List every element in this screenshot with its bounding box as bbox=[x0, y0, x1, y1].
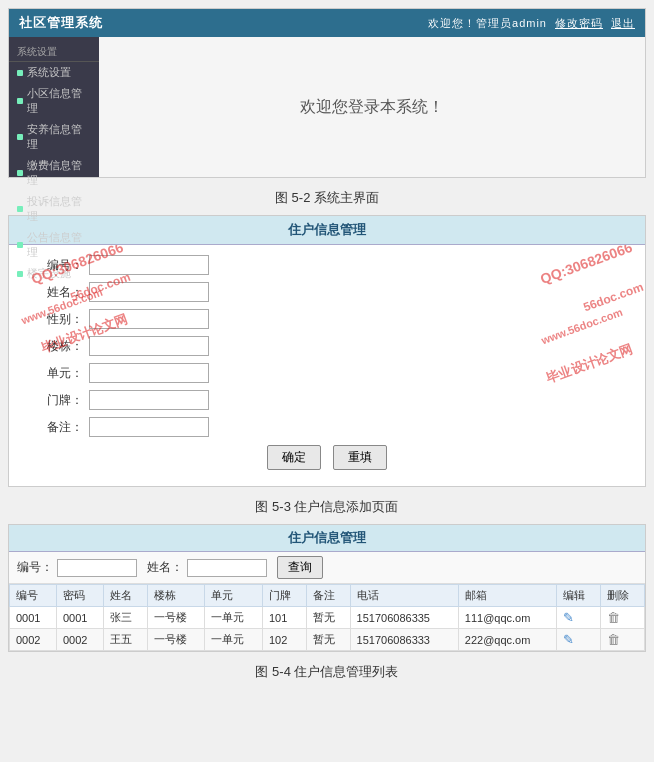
col-email: 邮箱 bbox=[458, 585, 556, 607]
form-row-unit: 单元： bbox=[29, 363, 625, 383]
sidebar-item-2[interactable]: 安养信息管理 bbox=[9, 119, 99, 155]
table-header-row: 编号 密码 姓名 楼栋 单元 门牌 备注 电话 邮箱 编辑 删除 bbox=[10, 585, 645, 607]
sidebar-item-0[interactable]: 系统设置 bbox=[9, 62, 99, 83]
sidebar-dot-icon bbox=[17, 206, 23, 212]
change-pwd-link[interactable]: 修改密码 bbox=[555, 16, 603, 31]
table-cell: 0001 bbox=[56, 607, 103, 629]
delete-icon[interactable]: 🗑 bbox=[607, 610, 620, 625]
label-door: 门牌： bbox=[29, 392, 89, 409]
form-row-no: 编号： bbox=[29, 255, 625, 275]
table-cell: 222@qqc.om bbox=[458, 629, 556, 651]
col-no: 编号 bbox=[10, 585, 57, 607]
label-no: 编号： bbox=[29, 257, 89, 274]
logout-link[interactable]: 退出 bbox=[611, 16, 635, 31]
sidebar-label-4: 投诉信息管理 bbox=[27, 194, 91, 224]
table-cell: 0002 bbox=[56, 629, 103, 651]
col-building: 楼栋 bbox=[147, 585, 205, 607]
table-row: 00010001张三一号楼一单元101暂无151706086335111@qqc… bbox=[10, 607, 645, 629]
col-note: 备注 bbox=[306, 585, 350, 607]
table-cell: 一单元 bbox=[205, 629, 263, 651]
sidebar-item-4[interactable]: 投诉信息管理 bbox=[9, 191, 99, 227]
sidebar: 系统设置 系统设置 小区信息管理 安养信息管理 缴费信息管理 bbox=[9, 37, 99, 177]
search-no-input[interactable] bbox=[57, 559, 137, 577]
label-building: 楼栋： bbox=[29, 338, 89, 355]
search-name-label: 姓名： bbox=[147, 559, 183, 576]
caption-3: 图 5-4 住户信息管理列表 bbox=[8, 658, 646, 689]
resident-list-section: 住户信息管理 编号： 姓名： 查询 编号 密码 姓名 楼栋 单元 门牌 备注 电… bbox=[8, 524, 646, 652]
welcome-text: 欢迎您！管理员admin bbox=[428, 16, 547, 31]
table-cell: 151706086333 bbox=[350, 629, 458, 651]
col-phone: 电话 bbox=[350, 585, 458, 607]
delete-cell: 🗑 bbox=[601, 629, 645, 651]
col-edit: 编辑 bbox=[557, 585, 601, 607]
form-body: QQ:306826066 56doc.com www.56doc.com 毕业设… bbox=[9, 245, 645, 480]
form-row-name: 姓名： bbox=[29, 282, 625, 302]
sidebar-dot-icon bbox=[17, 98, 23, 104]
table-cell: 0001 bbox=[10, 607, 57, 629]
col-del: 删除 bbox=[601, 585, 645, 607]
input-gender[interactable] bbox=[89, 309, 209, 329]
sidebar-section-title: 系统设置 bbox=[9, 41, 99, 62]
form-row-building: 楼栋： bbox=[29, 336, 625, 356]
col-door: 门牌 bbox=[262, 585, 306, 607]
table-cell: 151706086335 bbox=[350, 607, 458, 629]
input-name[interactable] bbox=[89, 282, 209, 302]
welcome-message: 欢迎您登录本系统！ bbox=[300, 97, 444, 118]
col-name: 姓名 bbox=[103, 585, 147, 607]
input-note[interactable] bbox=[89, 417, 209, 437]
edit-icon[interactable]: ✎ bbox=[563, 632, 574, 647]
search-bar: 编号： 姓名： 查询 bbox=[9, 552, 645, 584]
table-cell: 一号楼 bbox=[147, 629, 205, 651]
input-unit[interactable] bbox=[89, 363, 209, 383]
col-unit: 单元 bbox=[205, 585, 263, 607]
system-screenshot-box: 社区管理系统 欢迎您！管理员admin 修改密码 退出 系统设置 系统设置 小区… bbox=[8, 8, 646, 178]
form-title: 住户信息管理 bbox=[9, 216, 645, 245]
sidebar-dot-icon bbox=[17, 170, 23, 176]
search-name-input[interactable] bbox=[187, 559, 267, 577]
data-table: 编号 密码 姓名 楼栋 单元 门牌 备注 电话 邮箱 编辑 删除 0001000… bbox=[9, 584, 645, 651]
form-row-note: 备注： bbox=[29, 417, 625, 437]
sidebar-label-0: 系统设置 bbox=[27, 65, 71, 80]
list-title: 住户信息管理 bbox=[9, 525, 645, 552]
main-welcome-area: 欢迎您登录本系统！ bbox=[99, 37, 645, 177]
add-resident-form-section: 住户信息管理 QQ:306826066 56doc.com www.56doc.… bbox=[8, 215, 646, 487]
caption-2: 图 5-3 住户信息添加页面 bbox=[8, 493, 646, 524]
table-row: 00020002王五一号楼一单元102暂无151706086333222@qqc… bbox=[10, 629, 645, 651]
delete-cell: 🗑 bbox=[601, 607, 645, 629]
table-cell: 一单元 bbox=[205, 607, 263, 629]
table-cell: 101 bbox=[262, 607, 306, 629]
label-unit: 单元： bbox=[29, 365, 89, 382]
table-cell: 一号楼 bbox=[147, 607, 205, 629]
table-cell: 暂无 bbox=[306, 629, 350, 651]
edit-icon[interactable]: ✎ bbox=[563, 610, 574, 625]
sidebar-item-3[interactable]: 缴费信息管理 bbox=[9, 155, 99, 191]
sidebar-dot-icon bbox=[17, 70, 23, 76]
edit-cell: ✎ bbox=[557, 607, 601, 629]
sidebar-label-2: 安养信息管理 bbox=[27, 122, 91, 152]
app-title: 社区管理系统 bbox=[19, 14, 103, 32]
confirm-button[interactable]: 确定 bbox=[267, 445, 321, 470]
system-body: 系统设置 系统设置 小区信息管理 安养信息管理 缴费信息管理 bbox=[9, 37, 645, 177]
search-button[interactable]: 查询 bbox=[277, 556, 323, 579]
topbar-right: 欢迎您！管理员admin 修改密码 退出 bbox=[428, 16, 635, 31]
sidebar-item-1[interactable]: 小区信息管理 bbox=[9, 83, 99, 119]
input-no[interactable] bbox=[89, 255, 209, 275]
input-building[interactable] bbox=[89, 336, 209, 356]
caption-1: 图 5-2 系统主界面 bbox=[8, 184, 646, 215]
label-note: 备注： bbox=[29, 419, 89, 436]
system-topbar: 社区管理系统 欢迎您！管理员admin 修改密码 退出 bbox=[9, 9, 645, 37]
form-row-gender: 性别： bbox=[29, 309, 625, 329]
table-cell: 0002 bbox=[10, 629, 57, 651]
form-buttons: 确定 重填 bbox=[29, 445, 625, 470]
reset-button[interactable]: 重填 bbox=[333, 445, 387, 470]
table-cell: 暂无 bbox=[306, 607, 350, 629]
table-cell: 王五 bbox=[103, 629, 147, 651]
table-cell: 111@qqc.om bbox=[458, 607, 556, 629]
form-row-door: 门牌： bbox=[29, 390, 625, 410]
sidebar-label-1: 小区信息管理 bbox=[27, 86, 91, 116]
sidebar-dot-icon bbox=[17, 134, 23, 140]
delete-icon[interactable]: 🗑 bbox=[607, 632, 620, 647]
label-name: 姓名： bbox=[29, 284, 89, 301]
col-pwd: 密码 bbox=[56, 585, 103, 607]
input-door[interactable] bbox=[89, 390, 209, 410]
